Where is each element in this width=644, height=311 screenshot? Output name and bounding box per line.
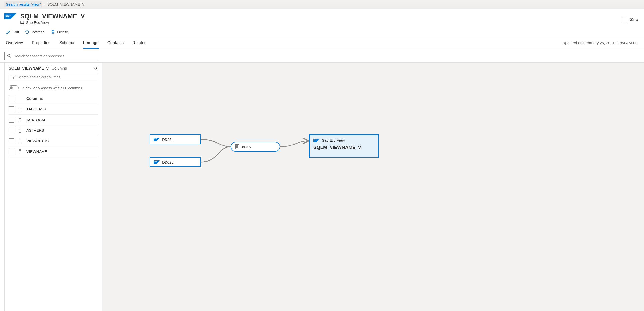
lineage-search-field[interactable]	[14, 54, 96, 58]
lineage-search-input[interactable]	[4, 52, 98, 60]
target-type-label: Sap Ecc View	[322, 138, 344, 142]
lineage-node-target[interactable]: Sap Ecc View SQLM_VIEWNAME_V	[309, 134, 379, 158]
column-name: VIEWNAME	[26, 150, 47, 154]
column-row[interactable]: VIEWNAME	[9, 146, 98, 157]
column-checkbox[interactable]	[9, 106, 14, 112]
trash-icon	[51, 30, 55, 34]
columns-panel: SQLM_VIEWNAME_V Columns Show only assets…	[4, 63, 102, 311]
breadcrumb-current: SQLM_VIEWNAME_V	[48, 2, 85, 6]
lineage-node-dd02l[interactable]: DD02L	[150, 157, 200, 167]
column-icon	[18, 150, 22, 154]
column-icon	[18, 128, 22, 133]
column-filter-input[interactable]	[9, 73, 98, 81]
columns-header-row: Columns	[9, 93, 98, 104]
page-subtitle: Sap Ecc View	[26, 20, 49, 25]
column-checkbox[interactable]	[9, 117, 14, 122]
toggle-label: Show only assets with all 0 columns	[23, 86, 82, 90]
delete-label: Delete	[57, 30, 68, 34]
column-name: AS4VERS	[26, 128, 44, 133]
node-label: DD02L	[162, 160, 174, 164]
tab-lineage[interactable]: Lineage	[83, 37, 98, 49]
select-checkbox[interactable]	[622, 17, 627, 22]
node-label: query	[242, 145, 252, 149]
tab-contacts[interactable]: Contacts	[108, 37, 124, 49]
breadcrumb-search-results-link[interactable]: Search results "view"	[4, 2, 42, 7]
toolbar: Edit Refresh Delete	[0, 28, 644, 37]
updated-on-text: Updated on February 26, 2021 11:54 AM UT	[562, 41, 638, 45]
breadcrumb: Search results "view" › SQLM_VIEWNAME_V	[0, 0, 644, 9]
column-row[interactable]: VIEWCLASS	[9, 136, 98, 146]
column-icon	[18, 139, 22, 143]
filter-icon	[11, 75, 15, 79]
column-row[interactable]: AS4LOCAL	[9, 114, 98, 125]
tab-properties[interactable]: Properties	[32, 37, 50, 49]
node-label: DD25L	[162, 137, 174, 142]
search-icon	[7, 54, 11, 58]
column-name: AS4LOCAL	[26, 118, 46, 122]
columns-header-label: Columns	[26, 96, 43, 101]
column-row[interactable]: AS4VERS	[9, 125, 98, 136]
lineage-node-dd25l[interactable]: DD25L	[150, 134, 200, 144]
column-icon	[18, 118, 22, 122]
edit-label: Edit	[12, 30, 19, 34]
delete-button[interactable]: Delete	[51, 30, 68, 34]
refresh-icon	[25, 30, 30, 34]
pencil-icon	[6, 30, 10, 34]
select-all-columns-checkbox[interactable]	[9, 96, 14, 101]
column-checkbox[interactable]	[9, 138, 14, 144]
tab-overview[interactable]: Overview	[6, 37, 23, 49]
column-icon	[18, 107, 22, 112]
collapse-panel-icon[interactable]	[94, 66, 98, 70]
tab-related[interactable]: Related	[132, 37, 146, 49]
column-row[interactable]: TABCLASS	[9, 104, 98, 114]
column-checkbox[interactable]	[9, 149, 14, 154]
tab-schema[interactable]: Schema	[59, 37, 74, 49]
chevron-right-icon: ›	[44, 2, 46, 6]
sap-ecc-logo	[4, 13, 16, 21]
panel-columns-label: Columns	[52, 66, 67, 70]
sap-ecc-icon	[154, 160, 160, 164]
lineage-node-query[interactable]: query	[231, 142, 280, 152]
document-icon	[235, 144, 240, 149]
svg-point-15	[8, 54, 10, 57]
panel-asset-name: SQLM_VIEWNAME_V	[9, 66, 49, 70]
tabs-bar: OverviewPropertiesSchemaLineageContactsR…	[0, 37, 644, 49]
column-name: TABCLASS	[26, 107, 46, 112]
page-header: SQLM_VIEWNAME_V Sap Ecc View 33 o	[0, 9, 644, 28]
header-count-fragment: 33 o	[630, 17, 638, 22]
column-checkbox[interactable]	[9, 128, 14, 133]
page-title: SQLM_VIEWNAME_V	[20, 12, 85, 20]
view-type-icon	[20, 21, 24, 25]
sap-ecc-icon	[314, 138, 320, 142]
svg-line-16	[10, 56, 11, 58]
lineage-canvas[interactable]: DD25L DD02L query Sap Ecc View SQLM_VIEW…	[102, 63, 644, 311]
show-only-assets-toggle[interactable]	[9, 86, 18, 90]
edit-button[interactable]: Edit	[6, 30, 19, 34]
sap-ecc-icon	[154, 138, 160, 141]
refresh-button[interactable]: Refresh	[25, 30, 45, 34]
column-filter-field[interactable]	[17, 75, 95, 79]
target-name-label: SQLM_VIEWNAME_V	[314, 145, 361, 150]
refresh-label: Refresh	[31, 30, 45, 34]
column-name: VIEWCLASS	[26, 139, 49, 143]
